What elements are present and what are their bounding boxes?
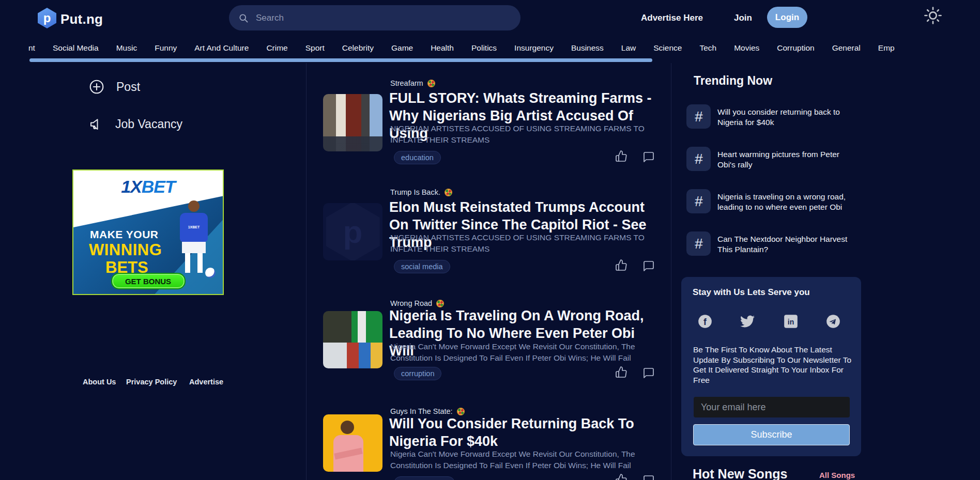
nav-item-corruption[interactable]: Corruption: [777, 43, 814, 53]
category-nav: nt Social Media Music Funny Art And Cult…: [0, 43, 980, 53]
email-input[interactable]: [694, 397, 850, 417]
article-description: Nigeria Can't Move Forward Except We Rev…: [390, 448, 651, 471]
theme-sun-icon[interactable]: [923, 6, 943, 25]
advertise-here-link[interactable]: Advertise Here: [641, 13, 703, 23]
privacy-policy-link[interactable]: Privacy Policy: [126, 378, 177, 386]
nav-item-business[interactable]: Business: [571, 43, 604, 53]
putng-watermark-icon: p: [326, 203, 380, 260]
nav-item-general[interactable]: General: [832, 43, 861, 53]
nav-item-music[interactable]: Music: [116, 43, 137, 53]
join-link[interactable]: Join: [734, 13, 752, 23]
search-icon: [238, 13, 249, 23]
nav-item-law[interactable]: Law: [621, 43, 636, 53]
login-button[interactable]: Login: [767, 7, 807, 28]
nav-item-health[interactable]: Health: [431, 43, 454, 53]
trending-item[interactable]: Will you consider returning back to Nige…: [717, 107, 858, 128]
nav-scrollbar[interactable]: [29, 58, 652, 62]
article-tag[interactable]: corruption: [394, 367, 441, 380]
search-input[interactable]: [255, 12, 511, 24]
subscribe-button[interactable]: Subscribe: [693, 424, 850, 445]
brand-logo-letter: p: [43, 12, 51, 24]
nav-item-celebrity[interactable]: Celebrity: [342, 43, 374, 53]
article-description: NIGERIAN ARTISTES ACCUSED OF USING STREA…: [390, 232, 651, 255]
article-category-label: Wrong Road: [390, 299, 444, 307]
like-icon[interactable]: [615, 366, 627, 378]
megaphone-icon: [88, 116, 104, 132]
like-icon[interactable]: [615, 259, 627, 271]
pizza-emoji-icon: [427, 80, 435, 87]
nav-item-tech[interactable]: Tech: [699, 43, 716, 53]
trending-now-title: Trending Now: [694, 74, 772, 88]
left-divider: [306, 63, 307, 480]
article-category-label: Guys In The State:: [390, 407, 465, 415]
trending-item[interactable]: Can The Nextdoor Neighbor Harvest This P…: [717, 234, 858, 255]
post-label: Post: [116, 80, 140, 94]
svg-text:in: in: [788, 318, 794, 326]
right-divider: [671, 63, 671, 480]
svg-text:f: f: [703, 317, 707, 327]
hash-icon[interactable]: #: [686, 231, 711, 256]
hash-icon[interactable]: #: [686, 104, 711, 129]
all-songs-link[interactable]: All Songs: [819, 471, 855, 479]
ad-line2: WINNING: [89, 241, 162, 259]
about-us-link[interactable]: About Us: [83, 378, 116, 386]
comment-icon[interactable]: [642, 260, 655, 272]
like-icon[interactable]: [615, 473, 627, 480]
ad-get-bonus-button[interactable]: GET BONUS: [111, 273, 186, 289]
twitter-icon[interactable]: [740, 314, 755, 329]
facebook-icon[interactable]: f: [698, 314, 712, 329]
put-ng-page: p Put.ng Advertise Here Join Login nt So…: [0, 0, 980, 480]
telegram-icon[interactable]: [826, 314, 840, 329]
nav-item-politics[interactable]: Politics: [471, 43, 497, 53]
ad-line1: MAKE YOUR: [90, 228, 158, 241]
comment-icon[interactable]: [642, 474, 655, 480]
pizza-emoji-icon: [445, 189, 452, 196]
article-category-label: Trump Is Back.: [390, 188, 452, 196]
nav-item-sport[interactable]: Sport: [305, 43, 325, 53]
comment-icon[interactable]: [642, 151, 655, 163]
pizza-emoji-icon: [436, 300, 444, 307]
newsletter-title: Stay with Us Lets Serve you: [693, 287, 810, 298]
article-description: Nigeria Can't Move Forward Except We Rev…: [390, 341, 651, 364]
article-thumbnail[interactable]: [323, 414, 382, 472]
comment-icon[interactable]: [642, 367, 655, 379]
circle-plus-icon: [88, 79, 105, 95]
like-icon[interactable]: [615, 150, 627, 162]
trending-item[interactable]: Heart warming pictures from Peter Obi's …: [717, 149, 858, 170]
hash-icon[interactable]: #: [686, 189, 711, 213]
brand-logo-icon[interactable]: p: [38, 8, 56, 28]
nav-item-science[interactable]: Science: [653, 43, 682, 53]
article-description: NIGERIAN ARTISTES ACCUSED OF USING STREA…: [390, 123, 651, 146]
search-bar[interactable]: [229, 5, 520, 30]
advertise-link[interactable]: Advertise: [189, 378, 223, 386]
article-thumbnail[interactable]: [323, 94, 382, 151]
nav-item-crime[interactable]: Crime: [266, 43, 287, 53]
pizza-emoji-icon: [457, 408, 465, 415]
ad-banner-1xbet[interactable]: 1XBET MAKE YOUR WINNING BETS 1XBET GET B…: [72, 169, 224, 295]
article-category-label: Streafarm: [390, 79, 435, 87]
article-tag[interactable]: social media: [394, 260, 450, 273]
article-tag[interactable]: education: [394, 151, 441, 164]
hash-icon[interactable]: #: [686, 147, 711, 171]
article-thumbnail[interactable]: [323, 311, 382, 368]
nav-item-funny[interactable]: Funny: [155, 43, 177, 53]
article-title[interactable]: Will You Consider Returning Back To Nige…: [389, 415, 658, 450]
post-button[interactable]: Post: [88, 79, 140, 95]
job-vacancy-label: Job Vacancy: [115, 117, 182, 131]
nav-item-art-and-culture[interactable]: Art And Culture: [194, 43, 249, 53]
football-icon: [205, 268, 216, 278]
nav-item-social-media[interactable]: Social Media: [53, 43, 99, 53]
nav-item-movies[interactable]: Movies: [734, 43, 759, 53]
hot-new-songs-title: Hot New Songs: [693, 467, 787, 480]
article-thumbnail-placeholder[interactable]: p: [323, 203, 382, 260]
trending-item[interactable]: Nigeria is traveling on a wrong road, le…: [717, 192, 858, 212]
brand-title[interactable]: Put.ng: [60, 11, 103, 27]
nav-item-insurgency[interactable]: Insurgency: [514, 43, 554, 53]
nav-item-game[interactable]: Game: [391, 43, 413, 53]
job-vacancy-button[interactable]: Job Vacancy: [88, 116, 182, 132]
ad-footballer-figure: 1XBET: [171, 200, 217, 278]
nav-item-emp[interactable]: Emp: [878, 43, 895, 53]
linkedin-icon[interactable]: in: [784, 314, 798, 329]
nav-item-nt[interactable]: nt: [28, 43, 35, 53]
article-tag[interactable]: [394, 476, 455, 480]
